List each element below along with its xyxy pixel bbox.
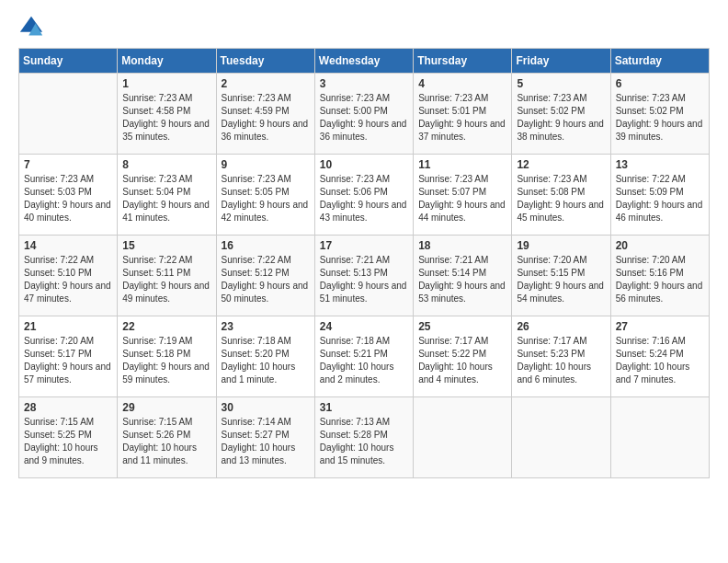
calendar-cell: 3Sunrise: 7:23 AMSunset: 5:00 PMDaylight…	[314, 74, 413, 155]
day-number: 8	[122, 158, 210, 171]
sunset-text: Sunset: 5:08 PM	[517, 186, 605, 199]
daylight-text: Daylight: 9 hours and 53 minutes.	[418, 280, 506, 305]
calendar-cell: 17Sunrise: 7:21 AMSunset: 5:13 PMDayligh…	[314, 236, 413, 316]
daylight-text: Daylight: 10 hours and 1 minute.	[222, 361, 310, 386]
day-header-saturday: Saturday	[610, 49, 709, 74]
daylight-text: Daylight: 9 hours and 39 minutes.	[616, 118, 704, 144]
day-info: Sunrise: 7:23 AMSunset: 5:05 PMDaylight:…	[222, 173, 310, 224]
sunset-text: Sunset: 5:11 PM	[122, 267, 210, 280]
daylight-text: Daylight: 9 hours and 36 minutes.	[320, 118, 408, 144]
day-number: 31	[320, 401, 408, 414]
day-number: 21	[24, 320, 112, 333]
day-info: Sunrise: 7:23 AMSunset: 5:02 PMDaylight:…	[616, 92, 704, 144]
week-row-2: 7Sunrise: 7:23 AMSunset: 5:03 PMDaylight…	[19, 155, 710, 236]
day-info: Sunrise: 7:23 AMSunset: 5:08 PMDaylight:…	[517, 173, 605, 224]
daylight-text: Daylight: 10 hours and 9 minutes.	[24, 442, 112, 467]
week-row-3: 14Sunrise: 7:22 AMSunset: 5:10 PMDayligh…	[19, 236, 710, 316]
day-number: 16	[222, 239, 310, 252]
day-info: Sunrise: 7:22 AMSunset: 5:11 PMDaylight:…	[122, 254, 210, 305]
sunrise-text: Sunrise: 7:17 AM	[418, 335, 506, 348]
sunrise-text: Sunrise: 7:21 AM	[418, 254, 506, 267]
calendar-cell: 20Sunrise: 7:20 AMSunset: 5:16 PMDayligh…	[610, 236, 709, 316]
day-header-monday: Monday	[118, 49, 216, 74]
calendar-cell: 30Sunrise: 7:14 AMSunset: 5:27 PMDayligh…	[216, 397, 314, 478]
day-info: Sunrise: 7:15 AMSunset: 5:26 PMDaylight:…	[122, 416, 210, 467]
daylight-text: Daylight: 9 hours and 54 minutes.	[517, 280, 605, 305]
sunset-text: Sunset: 5:22 PM	[418, 348, 506, 361]
calendar-cell: 1Sunrise: 7:23 AMSunset: 4:58 PMDaylight…	[118, 74, 216, 155]
daylight-text: Daylight: 9 hours and 37 minutes.	[418, 118, 506, 144]
sunset-text: Sunset: 5:04 PM	[122, 186, 210, 199]
sunrise-text: Sunrise: 7:22 AM	[616, 173, 704, 186]
sunset-text: Sunset: 5:15 PM	[517, 267, 605, 280]
daylight-text: Daylight: 9 hours and 35 minutes.	[122, 118, 210, 144]
sunrise-text: Sunrise: 7:22 AM	[222, 254, 310, 267]
day-number: 15	[122, 239, 210, 252]
sunrise-text: Sunrise: 7:23 AM	[222, 92, 310, 105]
calendar-cell: 31Sunrise: 7:13 AMSunset: 5:28 PMDayligh…	[314, 397, 413, 478]
calendar-cell: 6Sunrise: 7:23 AMSunset: 5:02 PMDaylight…	[610, 74, 709, 155]
sunrise-text: Sunrise: 7:23 AM	[418, 92, 506, 105]
sunset-text: Sunset: 4:58 PM	[122, 105, 210, 118]
day-info: Sunrise: 7:21 AMSunset: 5:13 PMDaylight:…	[320, 254, 408, 305]
sunset-text: Sunset: 5:16 PM	[616, 267, 704, 280]
sunrise-text: Sunrise: 7:23 AM	[222, 173, 310, 186]
calendar-cell: 27Sunrise: 7:16 AMSunset: 5:24 PMDayligh…	[610, 316, 709, 397]
daylight-text: Daylight: 10 hours and 13 minutes.	[222, 442, 310, 467]
sunrise-text: Sunrise: 7:18 AM	[222, 335, 310, 348]
sunset-text: Sunset: 5:07 PM	[418, 186, 506, 199]
sunset-text: Sunset: 5:13 PM	[320, 267, 408, 280]
day-number: 23	[222, 320, 310, 333]
day-header-tuesday: Tuesday	[216, 49, 314, 74]
sunset-text: Sunset: 5:05 PM	[222, 186, 310, 199]
day-header-wednesday: Wednesday	[314, 49, 413, 74]
day-info: Sunrise: 7:21 AMSunset: 5:14 PMDaylight:…	[418, 254, 506, 305]
sunrise-text: Sunrise: 7:23 AM	[517, 173, 605, 186]
week-row-4: 21Sunrise: 7:20 AMSunset: 5:17 PMDayligh…	[19, 316, 710, 397]
day-number: 24	[320, 320, 408, 333]
sunrise-text: Sunrise: 7:23 AM	[517, 92, 605, 105]
day-number: 19	[517, 239, 605, 252]
sunrise-text: Sunrise: 7:22 AM	[122, 254, 210, 267]
sunrise-text: Sunrise: 7:23 AM	[616, 92, 704, 105]
calendar-cell: 25Sunrise: 7:17 AMSunset: 5:22 PMDayligh…	[414, 316, 512, 397]
day-info: Sunrise: 7:20 AMSunset: 5:16 PMDaylight:…	[616, 254, 704, 305]
sunset-text: Sunset: 5:12 PM	[222, 267, 310, 280]
day-info: Sunrise: 7:22 AMSunset: 5:12 PMDaylight:…	[222, 254, 310, 305]
calendar-cell: 8Sunrise: 7:23 AMSunset: 5:04 PMDaylight…	[118, 155, 216, 236]
sunrise-text: Sunrise: 7:23 AM	[320, 173, 408, 186]
day-number: 9	[222, 158, 310, 171]
sunset-text: Sunset: 5:02 PM	[616, 105, 704, 118]
calendar-cell: 16Sunrise: 7:22 AMSunset: 5:12 PMDayligh…	[216, 236, 314, 316]
calendar-cell: 18Sunrise: 7:21 AMSunset: 5:14 PMDayligh…	[414, 236, 512, 316]
sunset-text: Sunset: 5:01 PM	[418, 105, 506, 118]
sunrise-text: Sunrise: 7:23 AM	[320, 92, 408, 105]
daylight-text: Daylight: 9 hours and 40 minutes.	[24, 199, 112, 224]
calendar-cell: 24Sunrise: 7:18 AMSunset: 5:21 PMDayligh…	[314, 316, 413, 397]
day-info: Sunrise: 7:20 AMSunset: 5:15 PMDaylight:…	[517, 254, 605, 305]
day-info: Sunrise: 7:16 AMSunset: 5:24 PMDaylight:…	[616, 335, 704, 386]
sunrise-text: Sunrise: 7:13 AM	[320, 416, 408, 429]
sunrise-text: Sunrise: 7:18 AM	[320, 335, 408, 348]
day-info: Sunrise: 7:23 AMSunset: 5:01 PMDaylight:…	[418, 92, 506, 144]
day-info: Sunrise: 7:14 AMSunset: 5:27 PMDaylight:…	[222, 416, 310, 467]
day-number: 29	[122, 401, 210, 414]
daylight-text: Daylight: 9 hours and 46 minutes.	[616, 199, 704, 224]
sunset-text: Sunset: 5:17 PM	[24, 348, 112, 361]
day-info: Sunrise: 7:23 AMSunset: 5:00 PMDaylight:…	[320, 92, 408, 144]
logo	[18, 15, 48, 40]
day-number: 10	[320, 158, 408, 171]
daylight-text: Daylight: 9 hours and 38 minutes.	[517, 118, 605, 144]
day-number: 1	[122, 77, 210, 90]
daylight-text: Daylight: 10 hours and 15 minutes.	[320, 442, 408, 467]
calendar-cell: 5Sunrise: 7:23 AMSunset: 5:02 PMDaylight…	[512, 74, 610, 155]
sunset-text: Sunset: 5:14 PM	[418, 267, 506, 280]
sunset-text: Sunset: 5:24 PM	[616, 348, 704, 361]
sunset-text: Sunset: 5:02 PM	[517, 105, 605, 118]
day-info: Sunrise: 7:20 AMSunset: 5:17 PMDaylight:…	[24, 335, 112, 386]
week-row-5: 28Sunrise: 7:15 AMSunset: 5:25 PMDayligh…	[19, 397, 710, 478]
sunrise-text: Sunrise: 7:20 AM	[616, 254, 704, 267]
calendar-cell: 26Sunrise: 7:17 AMSunset: 5:23 PMDayligh…	[512, 316, 610, 397]
day-number: 2	[222, 77, 310, 90]
daylight-text: Daylight: 9 hours and 56 minutes.	[616, 280, 704, 305]
